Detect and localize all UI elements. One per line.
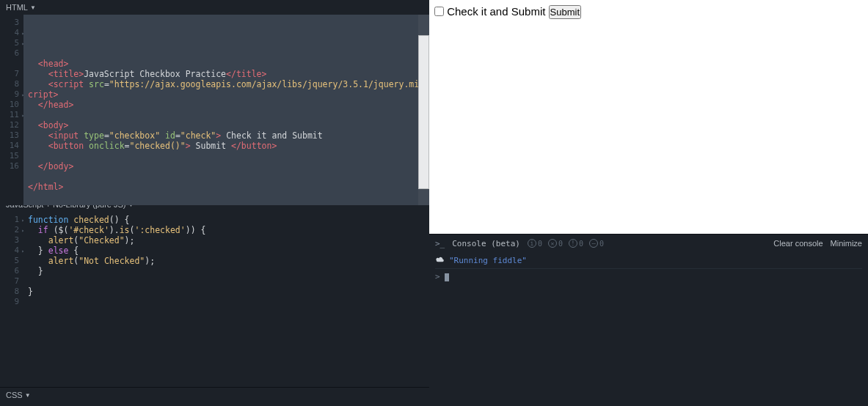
html-panel-label: HTML [6,3,28,12]
js-editor[interactable]: 1▸2▸34▸56789 function checked() { if ($(… [0,212,429,387]
preview-submit-button[interactable]: Submit [549,5,581,19]
warn-badge[interactable]: !0 [569,239,583,248]
cloud-icon [435,254,445,268]
console-badges: i0 ✕0 !0 ⋯0 [528,239,604,248]
vertical-scrollbar[interactable] [418,15,429,205]
preview-checkbox[interactable] [434,7,444,16]
js-panel: JavaScript + No-Library (pure JS) ▼ 1▸2▸… [0,196,429,387]
info-badge[interactable]: i0 [528,239,542,248]
css-panel: CSS ▼ [0,387,429,406]
html-panel: HTML ▼ 34▸5▸6789▸1011▸1213141516 <head> … [0,0,429,196]
css-panel-header[interactable]: CSS ▼ [0,388,429,402]
clear-console-link[interactable]: Clear console [773,239,823,248]
console-title: Console (beta) [452,239,520,248]
scroll-thumb[interactable] [418,35,429,189]
prompt-chevron-icon: > [435,269,440,285]
js-gutter: 1▸2▸34▸56789 [0,212,23,387]
right-output-column: Check it and Submit Submit >_ Console (b… [429,0,868,406]
text-cursor [445,273,449,281]
console-log-row: "Running fiddle" [435,254,862,269]
js-code-area[interactable]: function checked() { if ($('#check').is(… [23,212,429,387]
left-editor-column: HTML ▼ 34▸5▸6789▸1011▸1213141516 <head> … [0,0,429,406]
console-log-message: "Running fiddle" [449,254,527,268]
console-panel: >_ Console (beta) i0 ✕0 !0 ⋯0 Clear cons… [429,234,868,406]
html-code-area[interactable]: <head> <title>JavaScript Checkbox Practi… [23,15,429,205]
html-gutter: 34▸5▸6789▸1011▸1213141516 [0,15,23,205]
preview-checkbox-label: Check it and Submit [447,5,545,18]
dropdown-icon: ▼ [25,392,31,399]
console-input-row[interactable]: > [435,269,862,285]
css-panel-label: CSS [6,391,23,399]
error-badge[interactable]: ✕0 [548,239,563,248]
preview-pane: Check it and Submit Submit [429,0,868,234]
html-editor[interactable]: 34▸5▸6789▸1011▸1213141516 <head> <title>… [0,15,429,205]
debug-badge[interactable]: ⋯0 [589,239,604,248]
console-body: "Running fiddle" > [429,252,868,406]
html-panel-header[interactable]: HTML ▼ [0,0,429,15]
dropdown-icon: ▼ [30,4,36,11]
console-prompt-icon: >_ [435,239,445,248]
minimize-link[interactable]: Minimize [831,239,862,248]
console-header: >_ Console (beta) i0 ✕0 !0 ⋯0 Clear cons… [429,235,868,252]
